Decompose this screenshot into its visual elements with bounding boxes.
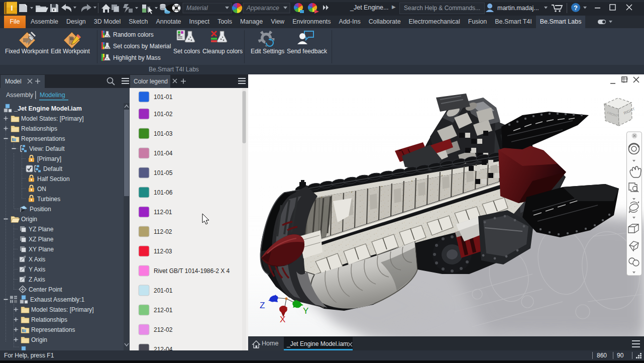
svg-text:112-01: 112-01 [154,209,172,216]
svg-text:Color legend: Color legend [134,78,168,85]
svg-text:Default: Default [43,165,63,172]
svg-text:XZ Plane: XZ Plane [29,236,54,243]
svg-text:Z: Z [260,301,265,310]
svg-text:Exhaust Assembly:1: Exhaust Assembly:1 [30,296,84,303]
svg-text:Origin: Origin [21,216,37,223]
svg-text:Random colors: Random colors [113,31,154,38]
svg-text:Y: Y [303,306,308,316]
svg-text:212-04: 212-04 [154,346,173,350]
svg-text:101-03: 101-03 [154,130,173,137]
svg-text:martin.madaj...: martin.madaj... [497,5,539,12]
svg-text:Assembly: Assembly [6,92,34,99]
svg-text:Edit Settings: Edit Settings [251,48,284,55]
svg-text:XY Plane: XY Plane [29,246,54,253]
svg-text:Turbines: Turbines [37,196,60,203]
svg-text:Set colors: Set colors [173,48,200,55]
svg-text:I: I [11,4,13,12]
svg-text:201-01: 201-01 [154,287,173,294]
svg-text:Set colors by Material: Set colors by Material [113,43,171,50]
svg-text:[Primary]: [Primary] [37,155,61,162]
svg-text:101-05: 101-05 [154,169,173,176]
svg-text:X: X [280,315,285,324]
svg-text:212-01: 212-01 [154,307,173,314]
svg-text:Model States: [Primary]: Model States: [Primary] [31,306,94,313]
svg-text:Representations: Representations [31,326,75,333]
svg-text:Send feedback: Send feedback [287,48,328,55]
svg-text:101-06: 101-06 [154,189,173,196]
svg-text:Z Axis: Z Axis [29,276,45,283]
svg-text:Origin: Origin [31,336,47,343]
svg-text:Representations: Representations [21,135,65,142]
svg-text:101-04: 101-04 [154,150,173,157]
svg-text:Appearance: Appearance [246,5,279,12]
svg-text:Modeling: Modeling [40,92,65,99]
svg-text:112-02: 112-02 [154,228,172,235]
svg-text:Relationships: Relationships [31,316,67,323]
svg-text:X Axis: X Axis [29,256,45,263]
svg-text:Material: Material [186,5,208,12]
svg-text:Model: Model [5,78,22,85]
svg-text:Fixed Workpoint: Fixed Workpoint [5,48,49,55]
svg-text:101-01: 101-01 [154,94,173,101]
svg-text:Edit Workpoint: Edit Workpoint [51,48,90,55]
svg-text:Half Section: Half Section [37,175,70,183]
svg-text:ON: ON [37,186,46,193]
svg-text:_Jet Engine Model.iam: _Jet Engine Model.iam [14,105,82,112]
svg-text:Y Axis: Y Axis [29,266,45,273]
svg-text:?: ? [574,4,578,12]
svg-text:Position: Position [30,206,51,213]
svg-text:View: Default: View: Default [29,145,65,152]
svg-text:212-02: 212-02 [154,326,173,333]
svg-text:101-02: 101-02 [154,111,173,118]
svg-text:YZ Plane: YZ Plane [29,226,54,233]
svg-text:Highlight by Mass: Highlight by Mass [113,54,161,61]
svg-text:Center Point: Center Point [29,286,62,293]
svg-text:112-03: 112-03 [154,248,172,255]
svg-text:Relationships: Relationships [21,125,57,132]
svg-text:Rivet GB/T 1014-1986-2 X 4: Rivet GB/T 1014-1986-2 X 4 [154,267,230,275]
svg-text:Cleanup colors: Cleanup colors [202,48,243,55]
svg-text:Model States: [Primary]: Model States: [Primary] [21,115,84,122]
